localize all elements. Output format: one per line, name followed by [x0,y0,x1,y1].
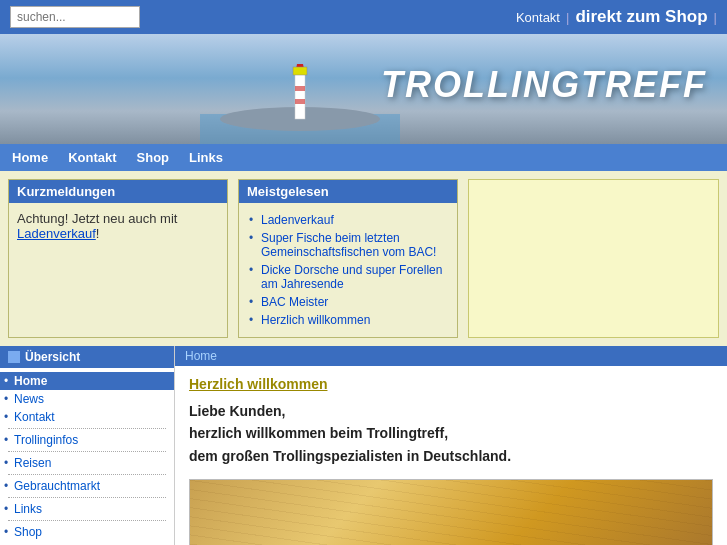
sidebar-item-home[interactable]: Home [0,372,174,390]
sidebar-link-reisen[interactable]: Reisen [14,456,51,470]
svg-rect-6 [295,99,305,104]
content-title: Herzlich willkommen [189,376,713,392]
list-item: Herzlich willkommen [247,311,449,329]
sidebar-uebersicht-header: Übersicht [0,346,174,368]
content-body: Herzlich willkommen Liebe Kunden, herzli… [175,366,727,545]
content-image [189,479,713,545]
uebersicht-icon [8,351,20,363]
meist-list: Ladenverkauf Super Fische beim letzten G… [247,211,449,329]
panels-row: Kurzmeldungen Achtung! Jetzt neu auch mi… [0,171,727,346]
sidebar-link-links[interactable]: Links [14,502,42,516]
sidebar-link-trollinginfos[interactable]: Trollinginfos [14,433,78,447]
nav-bar: Home Kontakt Shop Links [0,144,727,171]
separator-3 [8,474,166,475]
meist-link-1[interactable]: Ladenverkauf [261,213,334,227]
meist-link-5[interactable]: Herzlich willkommen [261,313,370,327]
pipe-divider-1: | [566,10,569,25]
panel-meistgelesen: Meistgelesen Ladenverkauf Super Fische b… [238,179,458,338]
panel-meist-body: Ladenverkauf Super Fische beim letzten G… [239,203,457,337]
separator-2 [8,451,166,452]
content-line1: Liebe Kunden, [189,400,713,422]
content-line2: herzlich willkommen beim Trollingtreff, [189,422,713,444]
search-input[interactable] [10,6,140,28]
sidebar-item-shop[interactable]: Shop [0,523,174,541]
list-item: Dicke Dorsche und super Forellen am Jahr… [247,261,449,293]
sidebar-item-news[interactable]: News [0,390,174,408]
nav-kontakt[interactable]: Kontakt [68,150,116,165]
top-bar: Kontakt | direkt zum Shop | [0,0,727,34]
list-item: BAC Meister [247,293,449,311]
nav-shop[interactable]: Shop [137,150,170,165]
uebersicht-label: Übersicht [25,350,80,364]
list-item: Ladenverkauf [247,211,449,229]
sidebar-item-links[interactable]: Links [0,500,174,518]
sidebar-link-kontakt[interactable]: Kontakt [14,410,55,424]
lighthouse-illustration [200,54,400,144]
kontakt-link[interactable]: Kontakt [516,10,560,25]
nav-links[interactable]: Links [189,150,223,165]
content-text: Liebe Kunden, herzlich willkommen beim T… [189,400,713,467]
banner: TROLLINGTREFF [0,34,727,144]
content-breadcrumb: Home [175,346,727,366]
sidebar-item-gebrauchtmarkt[interactable]: Gebrauchtmarkt [0,477,174,495]
kurz-text: Achtung! Jetzt neu auch mit Ladenverkauf… [17,211,219,241]
panel-right [468,179,719,338]
panel-kurzmeldungen: Kurzmeldungen Achtung! Jetzt neu auch mi… [8,179,228,338]
top-right-links: Kontakt | direkt zum Shop | [516,7,717,27]
sidebar-item-trollinginfos[interactable]: Trollinginfos [0,431,174,449]
sidebar-link-news[interactable]: News [14,392,44,406]
content-area: Home Herzlich willkommen Liebe Kunden, h… [175,346,727,545]
separator-5 [8,520,166,521]
panel-kurz-body: Achtung! Jetzt neu auch mit Ladenverkauf… [9,203,227,249]
svg-rect-5 [295,86,305,91]
nav-home[interactable]: Home [12,150,48,165]
lower-section: Übersicht Home News Kontakt Trollinginfo… [0,346,727,545]
sidebar-item-kontakt[interactable]: Kontakt [0,408,174,426]
sidebar-nav: Home News Kontakt Trollinginfos Reisen G… [0,368,174,545]
panel-kurz-header: Kurzmeldungen [9,180,227,203]
meist-link-4[interactable]: BAC Meister [261,295,328,309]
sidebar: Übersicht Home News Kontakt Trollinginfo… [0,346,175,545]
shop-link[interactable]: direkt zum Shop [575,7,707,27]
meist-link-2[interactable]: Super Fische beim letzten Gemeinschaftsf… [261,231,436,259]
sidebar-link-shop[interactable]: Shop [14,525,42,539]
pipe-divider-2: | [714,10,717,25]
svg-rect-4 [293,67,307,75]
content-line3: dem großen Trollingspezialisten in Deuts… [189,445,713,467]
ladenverkauf-link[interactable]: Ladenverkauf [17,226,96,241]
separator-1 [8,428,166,429]
panel-meist-header: Meistgelesen [239,180,457,203]
separator-4 [8,497,166,498]
sidebar-link-gebrauchtmarkt[interactable]: Gebrauchtmarkt [14,479,100,493]
meist-link-3[interactable]: Dicke Dorsche und super Forellen am Jahr… [261,263,442,291]
list-item: Super Fische beim letzten Gemeinschaftsf… [247,229,449,261]
sidebar-link-home[interactable]: Home [14,374,47,388]
banner-title: TROLLINGTREFF [381,64,707,106]
sidebar-item-reisen[interactable]: Reisen [0,454,174,472]
main-content: Kurzmeldungen Achtung! Jetzt neu auch mi… [0,171,727,545]
svg-rect-2 [295,74,305,119]
